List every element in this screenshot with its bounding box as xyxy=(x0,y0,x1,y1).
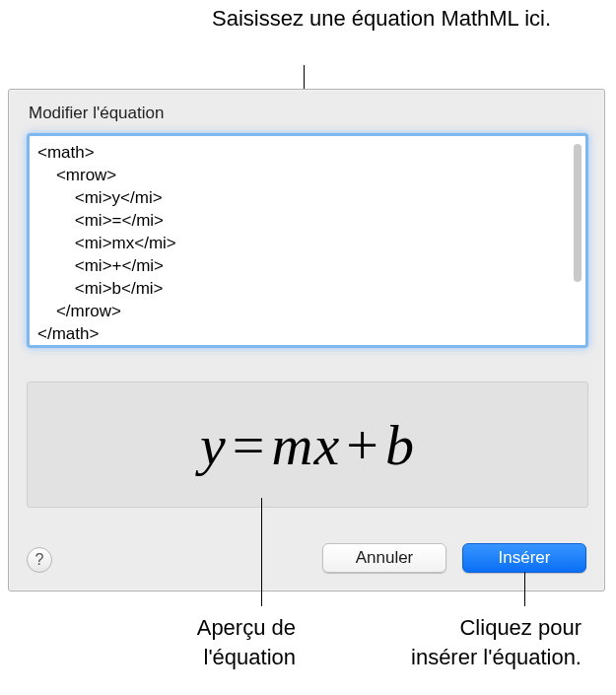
eq-y: y xyxy=(200,413,227,477)
callout-br-line2: insérer l'équation. xyxy=(411,645,582,669)
dialog-title: Modifier l'équation xyxy=(29,104,164,123)
leader-bottom-left xyxy=(261,498,262,606)
eq-mx: mx xyxy=(272,413,341,477)
callout-bottom-left: Aperçu de l'équation xyxy=(118,613,296,671)
mathml-textarea[interactable]: <math> <mrow> <mi>y</mi> <mi>=</mi> <mi>… xyxy=(27,133,588,348)
equation-preview: y=mx+b xyxy=(27,382,588,508)
eq-b: b xyxy=(385,413,415,477)
cancel-button[interactable]: Annuler xyxy=(322,543,446,573)
callout-br-line1: Cliquez pour xyxy=(459,615,582,640)
help-icon: ? xyxy=(35,551,44,569)
cancel-button-label: Annuler xyxy=(356,548,414,568)
eq-equals: = xyxy=(227,413,272,477)
scrollbar-thumb[interactable] xyxy=(574,144,582,282)
callout-bottom-right: Cliquez pour insérer l'équation. xyxy=(365,613,582,671)
callout-top: Saisissez une équation MathML ici. xyxy=(212,4,586,34)
mathml-textarea-content[interactable]: <math> <mrow> <mi>y</mi> <mi>=</mi> <mi>… xyxy=(37,142,566,339)
insert-button-label: Insérer xyxy=(499,548,551,568)
help-button[interactable]: ? xyxy=(27,547,52,573)
eq-plus: + xyxy=(340,413,385,477)
leader-bottom-right xyxy=(524,572,525,606)
insert-button[interactable]: Insérer xyxy=(462,543,586,573)
callout-bl-line1: Aperçu de xyxy=(197,615,296,640)
equation-rendered: y=mx+b xyxy=(200,412,415,478)
equation-editor-dialog: Modifier l'équation <math> <mrow> <mi>y<… xyxy=(8,89,605,591)
callout-bl-line2: l'équation xyxy=(204,645,297,669)
